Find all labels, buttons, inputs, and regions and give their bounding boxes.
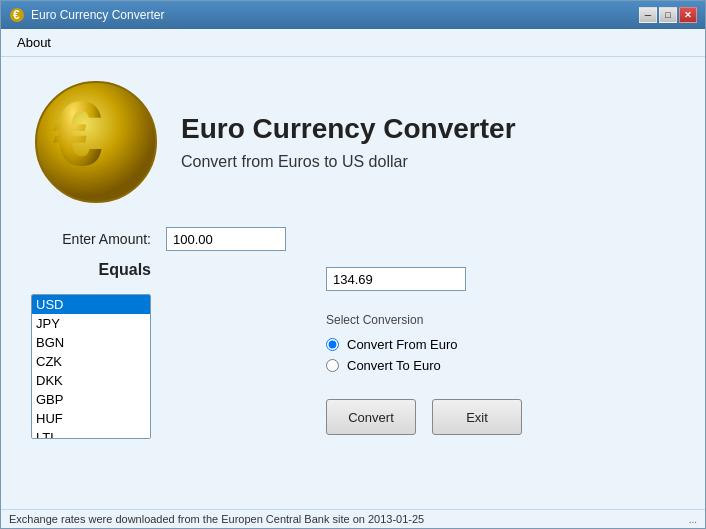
spacer-top	[326, 227, 522, 253]
currency-list-container: USD JPY BGN CZK DKK GBP HUF LTL LVL PLN …	[31, 294, 286, 439]
main-window: € Euro Currency Converter ─ □ ✕ About	[0, 0, 706, 529]
statusbar: Exchange rates were downloaded from the …	[1, 509, 705, 528]
header-text: Euro Currency Converter Convert from Eur…	[181, 113, 516, 171]
app-subtitle: Convert from Euros to US dollar	[181, 153, 516, 171]
content-area: € Euro Currency Converter Convert from E…	[1, 57, 705, 509]
header-section: € Euro Currency Converter Convert from E…	[1, 57, 705, 227]
amount-row: Enter Amount:	[31, 227, 286, 251]
titlebar-icon: €	[9, 7, 25, 23]
main-section: Enter Amount: Equals USD JPY BGN CZK DKK	[1, 227, 705, 509]
equals-label: Equals	[31, 261, 151, 279]
titlebar: € Euro Currency Converter ─ □ ✕	[1, 1, 705, 29]
amount-input[interactable]	[166, 227, 286, 251]
action-buttons: Convert Exit	[326, 399, 522, 435]
titlebar-left: € Euro Currency Converter	[9, 7, 164, 23]
left-panel: Enter Amount: Equals USD JPY BGN CZK DKK	[31, 227, 286, 509]
radio-convert-from[interactable]: Convert From Euro	[326, 337, 522, 352]
close-button[interactable]: ✕	[679, 7, 697, 23]
equals-row: Equals	[31, 261, 286, 279]
convert-from-label: Convert From Euro	[347, 337, 458, 352]
radio-to-input[interactable]	[326, 359, 339, 372]
convert-button[interactable]: Convert	[326, 399, 416, 435]
radio-from-input[interactable]	[326, 338, 339, 351]
app-title: Euro Currency Converter	[181, 113, 516, 145]
currency-list[interactable]: USD JPY BGN CZK DKK GBP HUF LTL LVL PLN …	[31, 294, 151, 439]
statusbar-dots: ...	[689, 514, 697, 525]
result-input[interactable]	[326, 267, 466, 291]
exit-button[interactable]: Exit	[432, 399, 522, 435]
menubar: About	[1, 29, 705, 57]
titlebar-title: Euro Currency Converter	[31, 8, 164, 22]
statusbar-text: Exchange rates were downloaded from the …	[9, 513, 424, 525]
titlebar-buttons: ─ □ ✕	[639, 7, 697, 23]
minimize-button[interactable]: ─	[639, 7, 657, 23]
right-panel: Select Conversion Convert From Euro Conv…	[326, 227, 522, 509]
amount-label: Enter Amount:	[31, 231, 151, 247]
svg-text:€: €	[53, 84, 103, 184]
menubar-item-about[interactable]: About	[9, 33, 59, 52]
maximize-button[interactable]: □	[659, 7, 677, 23]
svg-text:€: €	[13, 8, 20, 22]
conversion-title: Select Conversion	[326, 313, 522, 327]
euro-logo: €	[31, 77, 161, 207]
radio-convert-to[interactable]: Convert To Euro	[326, 358, 522, 373]
convert-to-label: Convert To Euro	[347, 358, 441, 373]
conversion-group: Select Conversion Convert From Euro Conv…	[326, 313, 522, 373]
